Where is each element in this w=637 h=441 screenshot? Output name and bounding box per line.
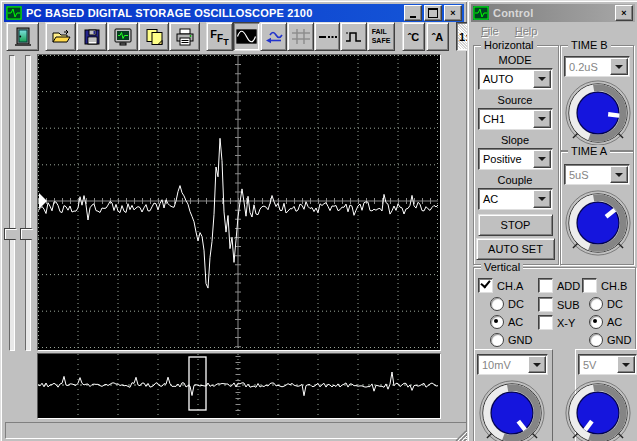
xy-label: X-Y: [557, 317, 575, 329]
fail-safe-label: FAILSAFE: [372, 28, 391, 44]
ch-b-dc-radio[interactable]: [589, 297, 603, 311]
xy-checkbox-row[interactable]: X-Y: [538, 315, 575, 330]
horizontal-group-label: Horizontal: [481, 39, 537, 51]
ch-a-ac-radio[interactable]: [490, 315, 504, 329]
ch-b-checkbox-row[interactable]: CH.B: [582, 278, 627, 293]
time-b-select: 0.2uS: [564, 56, 630, 77]
ch-a-ac-radio-row[interactable]: AC: [490, 315, 523, 329]
dropdown-arrow-icon[interactable]: [533, 110, 551, 128]
ch-b-gnd-radio-row[interactable]: GND: [589, 333, 631, 347]
ch-b-checkbox[interactable]: [582, 278, 597, 293]
maximize-button[interactable]: [424, 5, 442, 21]
ch-b-gnd-radio[interactable]: [589, 333, 603, 347]
control-close-button[interactable]: ×: [615, 5, 633, 21]
square-wave-icon: [344, 29, 364, 45]
fft-button[interactable]: FFT: [206, 22, 233, 51]
channel-a-position-handle[interactable]: [4, 228, 22, 240]
ch-a-checkbox[interactable]: [478, 278, 493, 293]
dotted-line-button[interactable]: [314, 22, 340, 51]
mode-select[interactable]: AUTO: [478, 68, 553, 90]
save-button[interactable]: [76, 22, 107, 51]
ch-a-gain-knob[interactable]: [477, 378, 547, 441]
trigger-level-marker: [39, 193, 47, 209]
save-icon: [82, 28, 102, 46]
auto-set-button[interactable]: AUTO SET: [476, 238, 555, 260]
slope-label: Slope: [473, 134, 557, 146]
menubar: File Help: [471, 22, 635, 39]
control-window-title: Control: [493, 7, 534, 19]
ch-a-checkbox-row[interactable]: CH.A: [478, 278, 523, 293]
time-a-value: 5uS: [565, 169, 609, 181]
xy-checkbox[interactable]: [538, 315, 553, 330]
source-label: Source: [473, 94, 557, 106]
exit-button[interactable]: [6, 22, 39, 51]
dotted-line-icon: [317, 30, 337, 44]
sub-checkbox[interactable]: [538, 297, 553, 312]
control-titlebar[interactable]: Control ×: [471, 4, 635, 22]
add-checkbox-row[interactable]: ADD: [538, 278, 580, 293]
ampere-probe-label: ˆA: [432, 31, 444, 43]
sub-checkbox-row[interactable]: SUB: [538, 297, 580, 312]
dropdown-arrow-icon[interactable]: [533, 70, 551, 88]
time-a-knob[interactable]: [563, 188, 633, 258]
ch-a-range-value: 10mV: [478, 359, 527, 371]
ch-a-dc-radio[interactable]: [490, 297, 504, 311]
open-button[interactable]: [45, 22, 76, 51]
time-b-group-label: TIME B: [568, 39, 611, 51]
app-icon: [6, 6, 22, 20]
slope-select[interactable]: Positive: [478, 148, 553, 170]
ch-a-gnd-radio[interactable]: [490, 333, 504, 347]
open-icon: [51, 28, 71, 46]
stop-button[interactable]: STOP: [478, 214, 553, 236]
celsius-probe-button[interactable]: ˆC: [402, 22, 425, 51]
ch-a-gnd-radio-row[interactable]: GND: [490, 333, 532, 347]
single-sweep-icon: [264, 29, 284, 45]
toolbar: FFTFAILSAFEˆCˆA1:110:1: [6, 22, 468, 50]
ch-b-dc-label: DC: [607, 298, 623, 310]
minimize-button[interactable]: [404, 5, 422, 21]
channel-b-position-track[interactable]: [25, 55, 31, 351]
ch-b-ac-radio-row[interactable]: AC: [589, 315, 622, 329]
oscilloscope-window: PC BASED DIGITAL STORAGE OSCILLOSCOPE 21…: [0, 0, 468, 441]
main-window-title: PC BASED DIGITAL STORAGE OSCILLOSCOPE 21…: [26, 7, 313, 19]
time-a-select: 5uS: [564, 164, 630, 185]
ch-a-label: CH.A: [497, 280, 523, 292]
slope-value: Positive: [479, 153, 532, 165]
add-checkbox[interactable]: [538, 278, 553, 293]
fail-safe-button[interactable]: FAILSAFE: [367, 22, 395, 51]
source-select[interactable]: CH1: [478, 108, 553, 130]
copy-notes-button[interactable]: [138, 22, 169, 51]
source-value: CH1: [479, 113, 532, 125]
channel-b-position-handle[interactable]: [20, 228, 38, 240]
square-wave-button[interactable]: [340, 22, 367, 51]
single-sweep-button[interactable]: [260, 22, 287, 51]
close-button[interactable]: ×: [444, 5, 462, 21]
dropdown-arrow-icon[interactable]: [533, 190, 551, 208]
dropdown-arrow-icon: [528, 356, 546, 373]
dropdown-arrow-icon[interactable]: [533, 150, 551, 168]
menu-help-label: elp: [523, 25, 538, 37]
ch-b-dc-radio-row[interactable]: DC: [589, 297, 623, 311]
main-titlebar[interactable]: PC BASED DIGITAL STORAGE OSCILLOSCOPE 21…: [4, 4, 464, 22]
ch-b-gain-knob[interactable]: [563, 378, 633, 441]
couple-select[interactable]: AC: [478, 188, 553, 210]
print-button[interactable]: [169, 22, 200, 51]
minimize-icon: [410, 16, 416, 18]
maximize-icon: [428, 8, 438, 18]
menu-help: Help: [509, 24, 544, 38]
mode-value: AUTO: [479, 73, 532, 85]
time-b-knob[interactable]: [563, 78, 633, 148]
ch-b-ac-radio[interactable]: [589, 315, 603, 329]
fft-label: FFT: [210, 31, 228, 43]
ch-a-range-select: 10mV: [477, 354, 548, 375]
time-b-value: 0.2uS: [565, 61, 609, 73]
resize-grip[interactable]: [454, 429, 467, 441]
waveform-display-button[interactable]: [233, 22, 260, 51]
ch-b-range-select: 5V: [578, 354, 637, 375]
ch-a-dc-radio-row[interactable]: DC: [490, 297, 524, 311]
dropdown-arrow-icon: [610, 58, 628, 75]
display-snapshot-button[interactable]: [107, 22, 138, 51]
mode-label: MODE: [473, 54, 557, 66]
channel-a-position-track[interactable]: [9, 55, 15, 351]
ampere-probe-button[interactable]: ˆA: [426, 22, 449, 51]
